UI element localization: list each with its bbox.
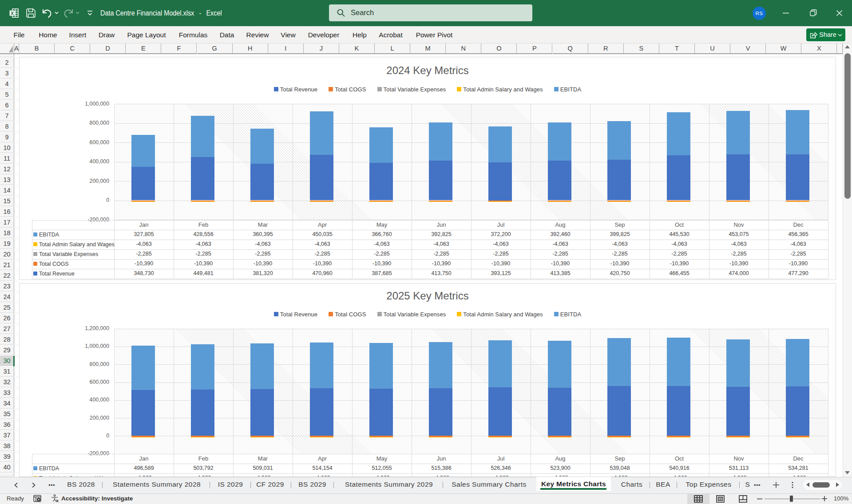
svg-text:X: X: [11, 11, 14, 16]
